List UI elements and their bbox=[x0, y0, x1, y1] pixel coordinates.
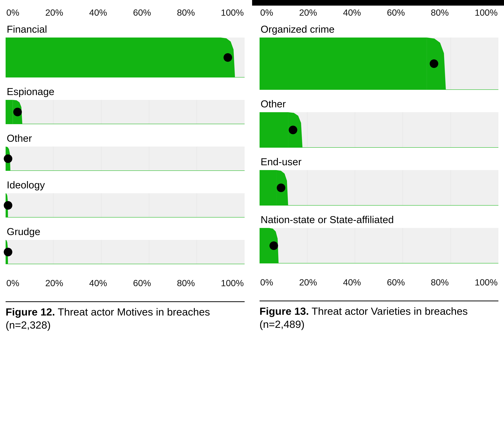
x-tick: 20% bbox=[45, 278, 63, 288]
caption-rule bbox=[6, 301, 245, 302]
gridlines bbox=[6, 193, 245, 217]
bar-frame bbox=[6, 193, 245, 217]
figure-label: Figure 13. bbox=[260, 305, 309, 317]
bar-baseline bbox=[260, 205, 499, 206]
x-tick: 40% bbox=[343, 277, 361, 288]
bar-baseline bbox=[260, 147, 499, 148]
category-label: Ideology bbox=[6, 179, 245, 191]
category-other: Other bbox=[6, 132, 245, 171]
bar-frame bbox=[6, 146, 245, 171]
x-tick: 40% bbox=[89, 278, 107, 288]
gridlines bbox=[260, 228, 499, 263]
x-tick: 80% bbox=[431, 277, 449, 288]
bar-frame bbox=[6, 100, 245, 124]
figure-caption: Figure 12. Threat actor Motives in breac… bbox=[6, 306, 245, 332]
bar-fill bbox=[260, 37, 427, 90]
category-label: Other bbox=[260, 98, 499, 110]
gridlines bbox=[6, 100, 245, 124]
x-tick: 0% bbox=[260, 277, 273, 288]
x-tick: 60% bbox=[387, 277, 405, 288]
category-label: Financial bbox=[6, 23, 245, 35]
x-tick: 100% bbox=[475, 8, 498, 18]
point-estimate-dot bbox=[289, 126, 297, 134]
bar-baseline bbox=[6, 264, 245, 264]
category-financial: Financial bbox=[6, 23, 245, 78]
point-estimate-dot bbox=[224, 53, 232, 62]
x-tick: 60% bbox=[133, 278, 151, 288]
point-estimate-dot bbox=[430, 59, 438, 68]
figure-caption: Figure 13. Threat actor Varieties in bre… bbox=[260, 305, 499, 331]
point-estimate-dot bbox=[270, 241, 278, 250]
category-label: Organized crime bbox=[260, 23, 499, 35]
x-tick: 80% bbox=[177, 278, 195, 288]
x-tick: 0% bbox=[260, 8, 273, 18]
category-nation-state-or-state-affiliated: Nation-state or State-affiliated bbox=[260, 214, 499, 263]
bar-fill bbox=[260, 228, 269, 263]
fig12-chart: 0%20%40%60%80%100%FinancialEspionageOthe… bbox=[6, 8, 245, 332]
gridlines bbox=[6, 146, 245, 171]
category-label: Grudge bbox=[6, 226, 245, 237]
point-estimate-dot bbox=[4, 248, 12, 256]
x-axis-top: 0%20%40%60%80%100% bbox=[6, 8, 245, 23]
category-grudge: Grudge bbox=[6, 226, 245, 264]
category-espionage: Espionage bbox=[6, 86, 245, 124]
x-tick: 80% bbox=[177, 8, 195, 18]
category-label: Espionage bbox=[6, 86, 245, 97]
bar-frame bbox=[260, 228, 499, 263]
x-axis-bottom: 0%20%40%60%80%100% bbox=[6, 272, 245, 288]
bar-frame bbox=[260, 37, 499, 90]
x-tick: 60% bbox=[387, 8, 405, 18]
bar-fill bbox=[6, 100, 13, 124]
bar-fill bbox=[260, 170, 276, 206]
bar-frame bbox=[6, 37, 245, 78]
gridlines bbox=[6, 240, 245, 264]
x-tick: 0% bbox=[6, 278, 19, 288]
category-label: End-user bbox=[260, 156, 499, 167]
x-tick: 80% bbox=[431, 8, 449, 18]
x-tick: 100% bbox=[221, 8, 244, 18]
bar-frame bbox=[260, 112, 499, 148]
bar-baseline bbox=[6, 217, 245, 217]
x-tick: 20% bbox=[45, 8, 63, 18]
point-estimate-dot bbox=[277, 183, 285, 192]
bar-baseline bbox=[6, 124, 245, 124]
x-axis-bottom: 0%20%40%60%80%100% bbox=[260, 272, 499, 288]
category-end-user: End-user bbox=[260, 156, 499, 206]
fig13-chart: 0%20%40%60%80%100%Organized crimeOtherEn… bbox=[260, 8, 499, 331]
category-other: Other bbox=[260, 98, 499, 148]
bar-frame bbox=[260, 170, 499, 206]
x-tick: 20% bbox=[299, 8, 317, 18]
x-tick: 100% bbox=[221, 278, 244, 288]
point-estimate-dot bbox=[4, 154, 12, 163]
bar-baseline bbox=[6, 77, 245, 78]
figure-label: Figure 12. bbox=[6, 306, 55, 318]
x-tick: 40% bbox=[89, 8, 107, 18]
point-estimate-dot bbox=[4, 201, 12, 210]
x-tick: 40% bbox=[343, 8, 361, 18]
category-ideology: Ideology bbox=[6, 179, 245, 217]
bar-baseline bbox=[6, 171, 245, 171]
caption-rule bbox=[260, 301, 499, 301]
category-organized-crime: Organized crime bbox=[260, 23, 499, 90]
gridlines bbox=[260, 170, 499, 206]
category-label: Other bbox=[6, 132, 245, 144]
bar-fill bbox=[6, 37, 221, 78]
x-tick: 60% bbox=[133, 8, 151, 18]
category-label: Nation-state or State-affiliated bbox=[260, 214, 499, 225]
bar-baseline bbox=[260, 90, 499, 90]
x-tick: 20% bbox=[299, 277, 317, 288]
x-axis-top: 0%20%40%60%80%100% bbox=[260, 8, 499, 23]
bar-frame bbox=[6, 240, 245, 264]
point-estimate-dot bbox=[13, 108, 22, 116]
bar-fill bbox=[260, 112, 288, 148]
x-tick: 100% bbox=[475, 277, 498, 288]
x-tick: 0% bbox=[6, 8, 19, 18]
bar-baseline bbox=[260, 263, 499, 263]
